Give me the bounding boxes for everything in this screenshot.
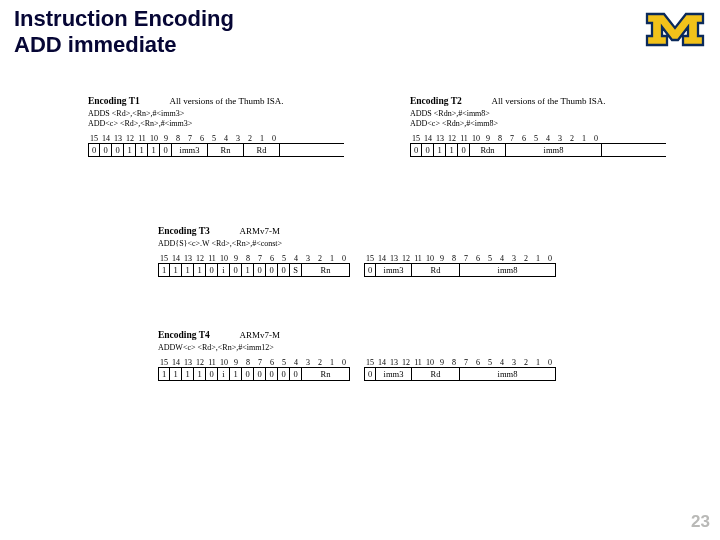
michigan-m-logo [644, 8, 706, 52]
t1-header: Encoding T1 All versions of the Thumb IS… [88, 96, 344, 106]
page-number: 23 [691, 512, 710, 532]
t1-table: 1514131211109876543210 0 0 0 1 1 1 0 imm… [88, 134, 344, 157]
t4-label: Encoding T4 [158, 330, 210, 340]
t1-note: All versions of the Thumb ISA. [170, 96, 284, 106]
encoding-t2: Encoding T2 All versions of the Thumb IS… [410, 96, 666, 157]
t2-label: Encoding T2 [410, 96, 462, 106]
logo-svg [644, 8, 706, 48]
t2-table: 1514131211109876543210 0 0 1 1 0 Rdn imm… [410, 134, 666, 157]
encoding-t3: Encoding T3 ARMv7-M ADD{S}<c>.W <Rd>,<Rn… [158, 226, 588, 277]
t4-hi-fields: 1 1 1 1 0 i 1 0 0 0 0 0 Rn [158, 367, 350, 381]
t3-table: 1514131211109876543210 1 1 1 1 0 i 0 1 0… [158, 254, 588, 277]
t2-fields: 0 0 1 1 0 Rdn imm8 [410, 143, 666, 157]
slide-title: Instruction Encoding ADD immediate [14, 6, 234, 58]
t2-syntax-1: ADDS <Rdn>,#<imm8> [410, 109, 666, 118]
title-line-2: ADD immediate [14, 32, 234, 58]
encoding-t4: Encoding T4 ARMv7-M ADDW<c> <Rd>,<Rn>,#<… [158, 330, 588, 381]
t4-table: 1514131211109876543210 1 1 1 1 0 i 1 0 0… [158, 358, 588, 381]
title-line-1: Instruction Encoding [14, 6, 234, 32]
t3-header: Encoding T3 ARMv7-M [158, 226, 588, 236]
slide: Instruction Encoding ADD immediate Encod… [0, 0, 720, 540]
t1-syntax-2: ADD<c> <Rd>,<Rn>,#<imm3> [88, 119, 344, 128]
t4-note: ARMv7-M [240, 330, 281, 340]
t2-header: Encoding T2 All versions of the Thumb IS… [410, 96, 666, 106]
t4-header: Encoding T4 ARMv7-M [158, 330, 588, 340]
t3-syntax-1: ADD{S}<c>.W <Rd>,<Rn>,#<const> [158, 239, 588, 248]
t1-syntax-1: ADDS <Rd>,<Rn>,#<imm3> [88, 109, 344, 118]
t3-bits-lo: 1514131211109876543210 [364, 254, 556, 263]
t1-bit-numbers: 1514131211109876543210 [88, 134, 344, 143]
t3-bits-hi: 1514131211109876543210 [158, 254, 350, 263]
t2-syntax-2: ADD<c> <Rdn>,#<imm8> [410, 119, 666, 128]
t4-lo: 1514131211109876543210 0 imm3 Rd imm8 [364, 358, 556, 381]
t1-label: Encoding T1 [88, 96, 140, 106]
t2-note: All versions of the Thumb ISA. [492, 96, 606, 106]
t4-bits-hi: 1514131211109876543210 [158, 358, 350, 367]
t1-fields: 0 0 0 1 1 1 0 imm3 Rn Rd [88, 143, 344, 157]
t4-hi: 1514131211109876543210 1 1 1 1 0 i 1 0 0… [158, 358, 350, 381]
t3-hi-fields: 1 1 1 1 0 i 0 1 0 0 0 S Rn [158, 263, 350, 277]
t4-bits-lo: 1514131211109876543210 [364, 358, 556, 367]
t4-lo-fields: 0 imm3 Rd imm8 [364, 367, 556, 381]
t2-bit-numbers: 1514131211109876543210 [410, 134, 666, 143]
t3-label: Encoding T3 [158, 226, 210, 236]
t3-note: ARMv7-M [240, 226, 281, 236]
t3-hi: 1514131211109876543210 1 1 1 1 0 i 0 1 0… [158, 254, 350, 277]
t4-syntax-1: ADDW<c> <Rd>,<Rn>,#<imm12> [158, 343, 588, 352]
t3-lo: 1514131211109876543210 0 imm3 Rd imm8 [364, 254, 556, 277]
encoding-t1: Encoding T1 All versions of the Thumb IS… [88, 96, 344, 157]
t3-lo-fields: 0 imm3 Rd imm8 [364, 263, 556, 277]
